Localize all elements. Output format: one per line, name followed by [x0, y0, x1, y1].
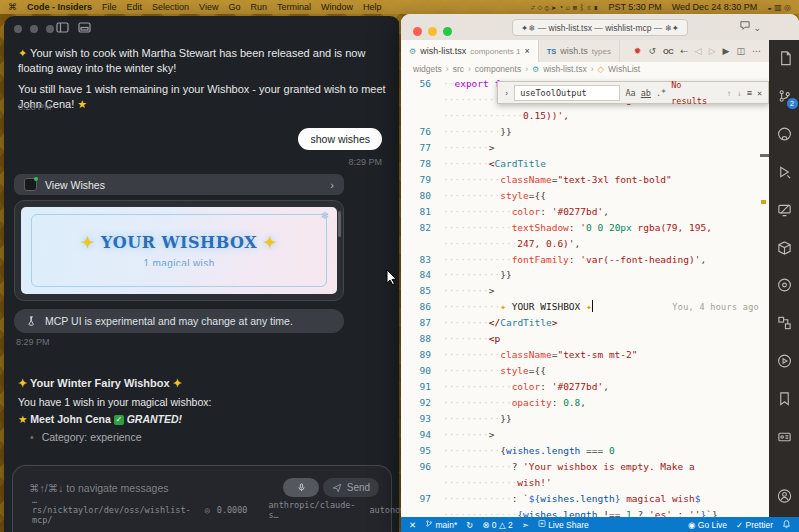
code-line-81[interactable]: 81············color: '#0277bd',	[401, 204, 769, 220]
menu-item-selection[interactable]: Selection	[152, 2, 189, 12]
close-tab-icon[interactable]: ×	[524, 46, 529, 56]
code-line-95[interactable]: 95··········{wishes.length === 0	[401, 443, 769, 459]
menu-clock-date[interactable]: Wed Dec 24 8:30 PM	[672, 2, 757, 12]
workspace-path[interactable]: …rs/nicktaylor/dev/oss/wishlist-mcp/	[32, 495, 191, 525]
prev-match-icon[interactable]: ↑	[727, 85, 732, 101]
copilot-chat-button[interactable]: ⌄	[739, 20, 761, 33]
code-line-77[interactable]: 77········>	[401, 140, 769, 156]
run-file-icon[interactable]: ▶	[723, 46, 730, 56]
model-selector[interactable]: anthropic/claude-s…	[268, 500, 355, 520]
menu-item-file[interactable]: File	[102, 2, 117, 12]
regex-toggle[interactable]: .*	[656, 85, 666, 101]
timeline-icon[interactable]: ↺	[648, 46, 656, 56]
menu-status-icons[interactable]: ⇄ ◇ ① ➤ ◔ ⌕ ▦ ᛒ ≋ ▮	[530, 3, 598, 12]
sidebar-toggle-icon[interactable]	[56, 22, 69, 33]
source-control-icon[interactable]: 2	[777, 88, 792, 105]
account-icon[interactable]	[777, 488, 792, 505]
find-widget[interactable]: › useToolOutput Aa ab .* No results ↑ ↓ …	[497, 81, 769, 104]
apple-menu-icon[interactable]: ⌘	[8, 2, 17, 12]
sync-icon[interactable]: ↻	[466, 520, 473, 530]
back-icon[interactable]: ⇠	[680, 46, 688, 56]
code-line-80[interactable]: 80··········style={{	[401, 188, 769, 204]
code-editor[interactable]: 56··export fu··············195, 247, 0.1…	[401, 76, 769, 517]
chat-window-controls[interactable]	[14, 23, 62, 35]
bookmarks-icon[interactable]	[777, 391, 792, 408]
menu-item-run[interactable]: Run	[250, 2, 267, 12]
remote-explorer-icon[interactable]	[777, 202, 792, 219]
code-line-84[interactable]: 84··········}}	[401, 267, 769, 283]
code-line-97[interactable]: 97············: `${wishes.length} magica…	[401, 491, 769, 507]
explorer-icon[interactable]	[777, 50, 792, 67]
composer-placeholder[interactable]: ⌘↑/⌘↓ to navigate messages	[29, 482, 168, 494]
find-input[interactable]: useToolOutput	[514, 85, 620, 101]
scrollbar-slider[interactable]	[760, 154, 769, 157]
menu-user-icons[interactable]: ◒ ▥ ◎	[767, 3, 791, 12]
next-match-icon[interactable]: ↓	[737, 85, 742, 101]
toggle-replace-icon[interactable]: ›	[504, 85, 509, 101]
code-line-90[interactable]: 90··········style={{	[401, 363, 769, 379]
github-icon[interactable]	[777, 126, 792, 143]
wishbox-card[interactable]: ❄ ✦ YOUR WISHBOX ✦ 1 magical wish	[21, 207, 337, 294]
run-debug-icon[interactable]	[777, 164, 792, 181]
go-live-button[interactable]: ◉ Go Live	[688, 520, 727, 530]
docker-icon[interactable]	[777, 240, 792, 257]
code-line-76[interactable]: 76··········}}	[401, 124, 769, 140]
match-case-toggle[interactable]: Aa	[625, 85, 635, 101]
view-wishes-row[interactable]: View Wishes ›	[14, 174, 344, 195]
menu-item-go[interactable]: Go	[228, 2, 240, 12]
code-line-93[interactable]: 93··········}}	[401, 411, 769, 427]
code-line-wrap[interactable]: ·············{wishes.length !== 1 ? 'es'…	[401, 507, 769, 517]
code-line-86[interactable]: 86··········✦ YOUR WISHBOX ✦You, 4 hours…	[401, 299, 769, 315]
code-line-79[interactable]: 79··········className="text-3xl font-bol…	[401, 172, 769, 188]
menu-item-terminal[interactable]: Terminal	[277, 2, 311, 12]
menu-item-help[interactable]: Help	[363, 2, 382, 12]
code-line-82[interactable]: 82············textShadow: '0 0 20px rgba…	[401, 220, 769, 236]
extensions-icon[interactable]	[777, 315, 792, 332]
tab-wish-list-tsx[interactable]: ⚙ wish-list.tsx components 1 ×	[401, 40, 539, 62]
notifications-bell[interactable]	[782, 519, 791, 531]
close-find-icon[interactable]: ✕	[757, 85, 762, 101]
live-share-button[interactable]: Live Share	[538, 519, 589, 530]
code-line-wrap[interactable]: ··············0.15))',	[401, 108, 769, 124]
menu-item-edit[interactable]: Edit	[127, 2, 143, 12]
code-line-78[interactable]: 78········<CardTitle	[401, 156, 769, 172]
menu-app-name[interactable]: Code - Insiders	[27, 2, 92, 12]
hot-reload-icon[interactable]: ✹	[634, 46, 642, 56]
menu-item-window[interactable]: Window	[321, 2, 353, 12]
menu-item-view[interactable]: View	[199, 2, 218, 12]
prettier-button[interactable]: ✓ Prettier	[736, 520, 773, 530]
code-line-83[interactable]: 83············fontFamily: 'var(--font-he…	[401, 252, 769, 267]
remote-indicator[interactable]: ✕	[409, 520, 416, 530]
open-changes-icon[interactable]: OC	[663, 47, 673, 56]
share-icon[interactable]: ➣	[522, 520, 529, 530]
code-line-89[interactable]: 89··········className="text-sm mt-2"	[401, 347, 769, 363]
menu-clock-timezone[interactable]: PST 5:30 PM	[608, 2, 661, 12]
code-line-wrap[interactable]: ·············247, 0.6)',	[401, 236, 769, 252]
session-cost[interactable]: 0.0000	[217, 505, 248, 515]
vscode-titlebar[interactable]: ✦❄ — wish-list.tsx — wishlist-mcp — ❄✦ ⌄	[401, 14, 799, 41]
code-line-88[interactable]: 88········<p	[401, 331, 769, 347]
breadcrumb[interactable]: widgets› src› components› ⚙ wish-list.ts…	[401, 62, 769, 76]
play-circle-icon[interactable]	[777, 353, 792, 370]
code-line-wrap[interactable]: ·············wish!'	[401, 475, 769, 491]
card-scrollbar[interactable]	[338, 211, 341, 237]
message-composer[interactable]: ⌘↑/⌘↓ to navigate messages Send …rs/nick…	[12, 465, 392, 532]
code-line-87[interactable]: 87········</CardTitle>	[401, 315, 769, 331]
more-actions-icon[interactable]: ⋯	[752, 46, 761, 56]
whole-word-toggle[interactable]: ab	[641, 85, 651, 101]
code-line-91[interactable]: 91············color: '#0277bd',	[401, 379, 769, 395]
prev-change-icon[interactable]: ◁	[695, 46, 702, 56]
git-branch[interactable]: main*	[425, 519, 457, 530]
problems-indicator[interactable]: ⊗ 0 △ 2	[482, 520, 512, 530]
code-line-94[interactable]: 94········>	[401, 427, 769, 443]
tab-wish-ts[interactable]: TS wish.ts types	[539, 40, 620, 62]
next-change-icon[interactable]: ▷	[709, 46, 716, 56]
panel-toggle-icon[interactable]	[78, 22, 91, 33]
code-line-96[interactable]: 96············? 'Your wishbox is empty. …	[401, 459, 769, 475]
vscode-window-controls[interactable]	[413, 22, 458, 40]
code-line-85[interactable]: 85········>	[401, 283, 769, 299]
code-line-92[interactable]: 92············opacity: 0.8,	[401, 395, 769, 411]
split-editor-icon[interactable]: ◫	[736, 46, 745, 56]
find-in-selection-icon[interactable]: ≡	[747, 85, 752, 101]
play-settings-icon[interactable]	[777, 277, 792, 294]
